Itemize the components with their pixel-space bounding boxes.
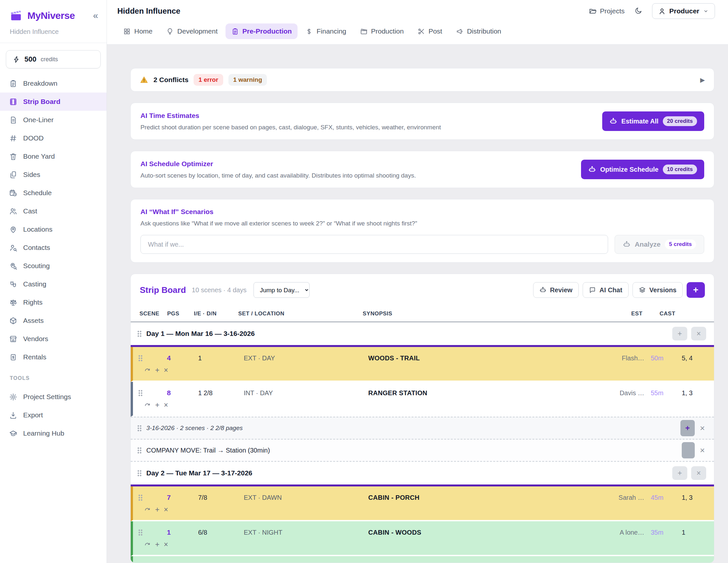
scene-remove-button[interactable]: × <box>164 506 168 513</box>
summary-remove-button[interactable]: × <box>699 423 706 433</box>
robot-icon <box>539 286 546 294</box>
day-add-button[interactable]: + <box>672 327 687 340</box>
sidebar-tools-nav: Project Settings Export Learning Hub <box>0 388 107 442</box>
scene-remove-button[interactable]: × <box>164 541 168 548</box>
scene-add-button[interactable]: + <box>155 367 159 374</box>
company-move-row: COMPANY MOVE: Trail → Station (30min) × <box>131 440 714 462</box>
sidebar-item-strip-board[interactable]: Strip Board <box>0 93 107 111</box>
drag-handle[interactable] <box>138 390 143 396</box>
scene-estimate-link[interactable]: 55m <box>644 389 682 397</box>
review-button[interactable]: Review <box>533 282 579 298</box>
scene-estimate-link[interactable]: 50m <box>644 354 682 362</box>
sidebar-item-one-liner[interactable]: One-Liner <box>0 111 107 129</box>
redo-icon[interactable] <box>144 541 151 548</box>
versions-button[interactable]: Versions <box>633 282 683 298</box>
ai-what-if-card: AI “What If” Scenarios Ask questions lik… <box>130 199 714 263</box>
scene-row[interactable]: 1 6/8 EXT · NIGHT CABIN - WOODS A lone… … <box>131 521 714 556</box>
sidebar-item-learning-hub[interactable]: Learning Hub <box>0 424 107 442</box>
analyze-button[interactable]: Analyze 5 credits <box>615 235 704 254</box>
ai-schedule-optimizer-description: Auto-sort scenes by location, time of da… <box>140 172 573 179</box>
sidebar-item-dood[interactable]: DOOD <box>0 129 107 147</box>
drag-handle[interactable] <box>138 529 143 536</box>
estimate-all-button[interactable]: Estimate All 20 credits <box>602 111 704 131</box>
drag-handle[interactable] <box>137 447 142 454</box>
content-area: 2 Conflicts 1 error 1 warning ▶ AI Time … <box>107 45 728 563</box>
scene-remove-button[interactable]: × <box>164 367 168 374</box>
robot-icon <box>588 166 596 173</box>
day-label: Day 2 — Tue Mar 17 — 3-17-2026 <box>146 469 252 477</box>
sidebar-collapse-button[interactable]: « <box>93 10 98 21</box>
strip-board-title: Strip Board <box>140 285 186 295</box>
scene-estimate-link[interactable]: 45m <box>644 494 682 501</box>
graduation-cap-icon <box>9 429 17 438</box>
tab-financing[interactable]: Financing <box>299 23 352 39</box>
sidebar-item-sides[interactable]: Sides <box>0 166 107 184</box>
theme-toggle-button[interactable] <box>634 7 642 16</box>
tab-production[interactable]: Production <box>354 23 410 39</box>
sidebar-item-locations[interactable]: Locations <box>0 220 107 238</box>
sidebar-item-export[interactable]: Export <box>0 406 107 424</box>
scene-number: 8 <box>153 389 185 397</box>
ai-schedule-optimizer-card: AI Schedule Optimizer Auto-sort scenes b… <box>130 151 714 188</box>
contact-search-icon <box>9 244 17 252</box>
drag-handle[interactable] <box>138 494 143 501</box>
optimize-schedule-button[interactable]: Optimize Schedule 10 credits <box>581 160 704 179</box>
scene-row[interactable]: 7 7/8 EXT · DAWN CABIN - PORCH Sarah … 4… <box>131 486 714 521</box>
drag-handle[interactable] <box>137 470 142 476</box>
conflicts-banner[interactable]: 2 Conflicts 1 error 1 warning ▶ <box>130 68 714 92</box>
day-remove-button[interactable]: × <box>691 327 706 340</box>
redo-icon[interactable] <box>144 506 151 513</box>
day-remove-button[interactable]: × <box>691 466 706 480</box>
expand-conflicts-button[interactable]: ▶ <box>700 76 705 84</box>
sidebar-item-rights[interactable]: Rights <box>0 293 107 311</box>
sidebar-item-assets[interactable]: Assets <box>0 311 107 330</box>
summary-add-button[interactable]: + <box>680 420 695 436</box>
sidebar-item-casting[interactable]: Casting <box>0 275 107 293</box>
day-add-button[interactable]: + <box>672 466 687 480</box>
sidebar-item-cast[interactable]: Cast <box>0 202 107 220</box>
tab-distribution[interactable]: Distribution <box>450 23 507 39</box>
jump-to-day-select[interactable]: Jump to Day... <box>254 282 310 298</box>
scene-row[interactable]: 8 1 2/8 INT · DAY RANGER STATION Davis …… <box>131 382 714 417</box>
sidebar-item-scouting[interactable]: Scouting <box>0 257 107 275</box>
company-move-label: COMPANY MOVE: Trail → Station (30min) <box>146 447 270 454</box>
credits-box[interactable]: 500 credits <box>6 50 101 68</box>
user-role-dropdown[interactable]: Producer <box>652 3 715 19</box>
sidebar-item-breakdown[interactable]: Breakdown <box>0 74 107 93</box>
drag-handle[interactable] <box>137 425 142 431</box>
sidebar-item-project-settings[interactable]: Project Settings <box>0 388 107 406</box>
sidebar-item-schedule[interactable]: Schedule <box>0 184 107 202</box>
what-if-input[interactable] <box>140 235 608 254</box>
scene-add-button[interactable]: + <box>155 401 159 409</box>
sidebar-project-name: Hidden Influence <box>0 25 107 43</box>
tab-pre-production[interactable]: Pre-Production <box>226 23 298 39</box>
sidebar-item-label: Scouting <box>23 262 50 270</box>
tab-home[interactable]: Home <box>117 23 158 39</box>
add-strip-button[interactable]: + <box>687 282 705 298</box>
projects-button[interactable]: Projects <box>589 7 625 15</box>
scene-estimate-link[interactable]: 35m <box>644 529 682 536</box>
sidebar-item-vendors[interactable]: Vendors <box>0 330 107 348</box>
sidebar-item-bone-yard[interactable]: Bone Yard <box>0 147 107 166</box>
store-icon <box>9 335 17 343</box>
scene-remove-button[interactable]: × <box>164 401 168 409</box>
redo-icon[interactable] <box>144 367 151 374</box>
move-color-swatch[interactable] <box>682 442 695 458</box>
tab-label: Development <box>177 27 218 35</box>
redo-icon[interactable] <box>144 402 151 409</box>
drag-handle[interactable] <box>138 355 143 361</box>
scene-row[interactable]: 9 6/8 EXT · NIGHT CABIN - WOODS Sarah … … <box>131 556 714 563</box>
sidebar-item-label: Rentals <box>23 353 46 361</box>
drag-handle[interactable] <box>137 330 142 337</box>
tab-post[interactable]: Post <box>412 23 448 39</box>
scene-add-button[interactable]: + <box>155 541 159 548</box>
sidebar-item-rentals[interactable]: Rentals <box>0 348 107 366</box>
scene-add-button[interactable]: + <box>155 506 159 513</box>
tab-development[interactable]: Development <box>160 23 224 39</box>
hash-icon <box>9 134 17 142</box>
theater-masks-icon <box>9 280 17 288</box>
ai-chat-button[interactable]: AI Chat <box>583 282 629 298</box>
sidebar-item-contacts[interactable]: Contacts <box>0 238 107 257</box>
scene-row[interactable]: 4 1 EXT · DAY WOODS - TRAIL Flash… 50m 5… <box>131 347 714 382</box>
move-remove-button[interactable]: × <box>699 445 706 455</box>
